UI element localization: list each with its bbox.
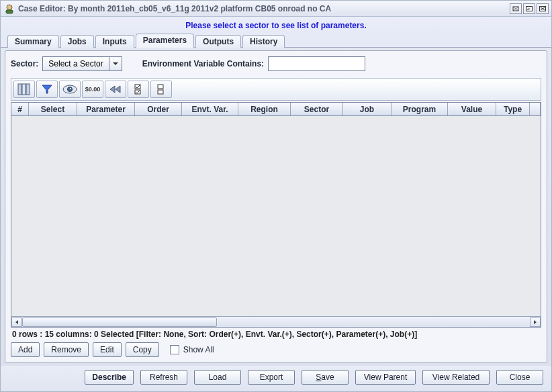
col-order[interactable]: Order (135, 103, 182, 115)
data-table: # Select Parameter Order Envt. Var. Regi… (11, 102, 541, 328)
chevron-down-icon[interactable] (109, 57, 122, 70)
view-related-button[interactable]: View Related (422, 370, 490, 385)
svg-rect-14 (158, 90, 163, 94)
col-rownum[interactable]: # (11, 103, 29, 115)
sector-row: Sector: Select a Sector Environment Vari… (11, 56, 541, 71)
save-button[interactable]: Save (302, 370, 349, 385)
table-header-row: # Select Parameter Order Envt. Var. Regi… (11, 103, 541, 116)
rewind-icon[interactable] (105, 81, 126, 98)
uncheck-all-icon[interactable] (150, 81, 172, 98)
status-line: 0 rows : 15 columns: 0 Selected [Filter:… (11, 328, 541, 341)
column-chooser-icon[interactable] (13, 81, 35, 98)
sector-combo-text: Select a Sector (43, 57, 109, 70)
remove-button[interactable]: Remove (44, 342, 89, 357)
scroll-left-icon[interactable] (11, 317, 22, 327)
describe-button[interactable]: Describe (85, 370, 134, 385)
tab-history[interactable]: History (242, 35, 285, 48)
save-mnemonic: S (316, 373, 321, 382)
tab-inputs[interactable]: Inputs (95, 35, 134, 48)
row-actions: Add Remove Edit Copy Show All (11, 341, 541, 358)
svg-point-0 (7, 5, 12, 10)
show-all-label: Show All (183, 345, 214, 354)
col-parameter[interactable]: Parameter (77, 103, 135, 115)
scroll-thumb[interactable] (22, 317, 217, 327)
col-sector[interactable]: Sector (291, 103, 343, 115)
col-envtvar[interactable]: Envt. Var. (182, 103, 238, 115)
filter-icon[interactable] (36, 81, 58, 98)
maximize-button[interactable] (523, 3, 535, 14)
format-icon[interactable]: $0.00 (82, 81, 103, 98)
col-program[interactable]: Program (392, 103, 448, 115)
svg-point-10 (70, 88, 71, 89)
col-select[interactable]: Select (29, 103, 77, 115)
add-button[interactable]: Add (11, 342, 40, 357)
tab-parameters[interactable]: Parameters (136, 34, 194, 48)
content-panel: Sector: Select a Sector Environment Vari… (5, 50, 547, 363)
sector-label: Sector: (11, 59, 38, 68)
minimize-button[interactable] (510, 3, 522, 14)
scroll-right-icon[interactable] (530, 317, 541, 327)
show-all-checkbox[interactable] (170, 345, 179, 354)
bottom-action-bar: Describe Refresh Load Export Save View P… (1, 366, 551, 391)
refresh-button[interactable]: Refresh (140, 370, 187, 385)
horizontal-scrollbar[interactable] (11, 316, 541, 327)
toolbar: $0.00 (11, 78, 541, 101)
tab-jobs[interactable]: Jobs (60, 35, 94, 48)
check-all-icon[interactable] (128, 81, 149, 98)
table-body-empty (11, 116, 541, 316)
export-button[interactable]: Export (248, 370, 295, 385)
close-button[interactable] (537, 3, 549, 14)
col-region[interactable]: Region (238, 103, 291, 115)
svg-rect-5 (18, 84, 21, 95)
eye-icon[interactable] (59, 81, 81, 98)
env-var-label: Environment Variable Contains: (142, 59, 264, 68)
tab-bar: Summary Jobs Inputs Parameters Outputs H… (1, 33, 551, 48)
sector-combo[interactable]: Select a Sector (42, 56, 122, 71)
tab-outputs[interactable]: Outputs (195, 35, 241, 48)
svg-rect-1 (6, 10, 13, 13)
copy-button[interactable]: Copy (126, 342, 159, 357)
load-button[interactable]: Load (194, 370, 241, 385)
svg-rect-13 (158, 85, 163, 89)
window-title: Case Editor: By month 2011eh_cb05_v6_11g… (18, 4, 507, 13)
svg-rect-7 (26, 84, 30, 95)
scroll-track[interactable] (22, 317, 530, 327)
tab-summary[interactable]: Summary (7, 35, 59, 48)
col-job[interactable]: Job (343, 103, 392, 115)
env-var-input[interactable] (268, 56, 365, 71)
view-parent-button[interactable]: View Parent (355, 370, 416, 385)
edit-button[interactable]: Edit (93, 342, 122, 357)
svg-rect-6 (22, 84, 26, 95)
banner-message: Please select a sector to see list of pa… (1, 17, 551, 33)
col-value[interactable]: Value (448, 103, 496, 115)
svg-point-9 (68, 87, 73, 92)
app-icon (3, 3, 15, 15)
col-type[interactable]: Type (496, 103, 530, 115)
col-spacer (530, 103, 541, 115)
close-window-button[interactable]: Close (496, 370, 543, 385)
